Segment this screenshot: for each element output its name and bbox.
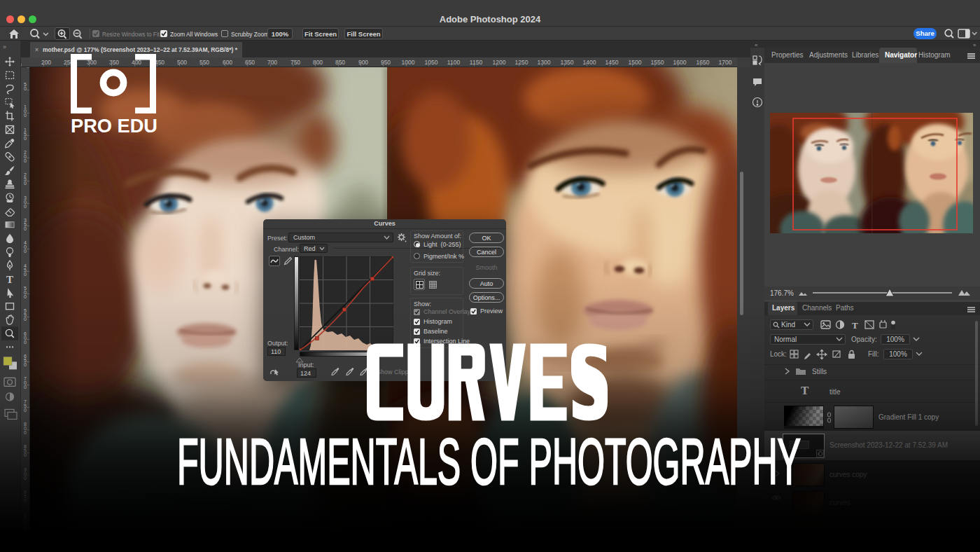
svg-text:PRO EDU: PRO EDU xyxy=(71,115,158,134)
svg-text:FUNDAMENTALS OF PHOTOGRAPHY: FUNDAMENTALS OF PHOTOGRAPHY xyxy=(177,425,801,498)
svg-text:»: » xyxy=(3,43,6,50)
